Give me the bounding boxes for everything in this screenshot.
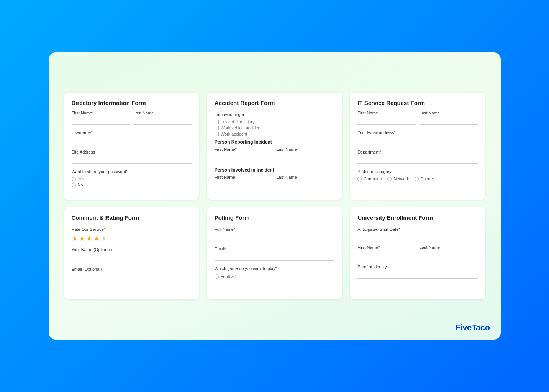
it-department-input[interactable] <box>357 155 477 164</box>
comment-rating-form-card: Comment & Rating Form Rate Our Service* … <box>64 207 199 299</box>
brand-logo: FiveTaco <box>456 323 490 333</box>
dir-password-radio-group: Yes No <box>72 176 192 187</box>
accident-cb-work-label: Work accident <box>221 132 247 136</box>
comment-form-title: Comment & Rating Form <box>72 214 192 221</box>
dir-radio-no[interactable]: No <box>72 183 192 187</box>
star-4[interactable]: ★ <box>93 234 100 243</box>
pi-lastname-label: Last Name <box>276 175 334 180</box>
pr-lastname-label: Last Name <box>276 147 334 152</box>
dir-password-label: Want to share your password? <box>72 169 129 174</box>
brand-five: Five <box>456 323 472 332</box>
comment-email-input[interactable] <box>72 273 192 281</box>
star-3[interactable]: ★ <box>86 234 92 243</box>
dir-radio-yes[interactable]: Yes <box>72 176 192 181</box>
dir-siteaddress-input[interactable] <box>72 155 192 164</box>
it-radio-network-label: Network <box>393 176 409 181</box>
directory-form-title: Directory Information Form <box>72 100 192 106</box>
it-lastname-label: Last Name <box>420 111 478 115</box>
accident-cb-work[interactable]: Work accident <box>215 132 334 136</box>
accident-form-title: Accident Report Form <box>215 100 334 106</box>
it-radio-network-circle <box>387 177 392 181</box>
dir-username-input[interactable] <box>72 136 192 144</box>
dir-lastname-label: Last Name <box>133 111 192 115</box>
accident-form-card: Accident Report Form I am reporting a : … <box>207 93 342 200</box>
it-radio-phone-circle <box>415 177 419 181</box>
dir-firstname-label: First Name* <box>72 111 130 115</box>
it-problem-label: Problem Category <box>357 169 392 174</box>
star-2[interactable]: ★ <box>79 234 85 243</box>
accident-cb-vehicle-label: Work vehicle accident <box>221 126 262 130</box>
person-involved-label: Person Involved in Incident <box>215 167 334 173</box>
it-firstname-input[interactable] <box>357 116 416 125</box>
univ-startdate-label: Anticipated Start Date* <box>357 227 400 232</box>
dir-radio-yes-circle <box>72 177 76 181</box>
comment-email-label: Email (Optional) <box>72 267 102 271</box>
univ-lastname-label: Last Name <box>420 245 478 250</box>
comment-name-input[interactable] <box>72 253 192 261</box>
accident-cb-loss-box <box>215 120 219 124</box>
it-radio-computer-circle <box>357 177 362 181</box>
pi-firstname-input[interactable] <box>215 181 273 189</box>
pr-firstname-label: First Name* <box>215 147 273 152</box>
accident-reporting-label: I am reporting a : <box>215 112 246 117</box>
pr-firstname-input[interactable] <box>215 153 273 161</box>
polling-fullname-input[interactable] <box>215 233 334 241</box>
form-grid: Directory Information Form First Name* L… <box>64 93 485 299</box>
it-email-input[interactable] <box>357 136 477 144</box>
brand-taco: Taco <box>472 323 490 332</box>
pi-firstname-label: First Name* <box>215 175 273 180</box>
accident-checkbox-group: Loss of time/injury Work vehicle acciden… <box>215 119 334 136</box>
accident-cb-work-box <box>215 132 219 136</box>
it-firstname-label: First Name* <box>357 111 416 115</box>
person-reporting-label: Person Reporting Incident <box>215 139 334 145</box>
directory-form-card: Directory Information Form First Name* L… <box>64 93 199 200</box>
dir-radio-yes-label: Yes <box>78 176 85 181</box>
rate-label: Rate Our Service* <box>72 227 106 232</box>
dir-firstname-input[interactable] <box>72 116 130 125</box>
star-rating[interactable]: ★ ★ ★ ★ ★ <box>72 234 192 243</box>
it-radio-phone[interactable]: Phone <box>415 176 433 181</box>
accident-cb-vehicle-box <box>215 126 219 130</box>
polling-radio-football-circle <box>215 274 219 279</box>
pi-lastname-input[interactable] <box>276 181 334 189</box>
star-1[interactable]: ★ <box>72 234 78 243</box>
dir-lastname-input[interactable] <box>133 116 192 125</box>
it-problem-radio-group: Computer Network Phone <box>357 176 477 181</box>
accident-cb-loss-label: Loss of time/injury <box>221 119 255 124</box>
pr-lastname-input[interactable] <box>276 153 334 161</box>
university-form-title: University Enrollment Form <box>357 214 477 221</box>
univ-identity-input[interactable] <box>357 270 477 279</box>
polling-game-label: Which game do you want to play* <box>215 266 277 271</box>
university-form-card: University Enrollment Form Anticipated S… <box>350 207 485 299</box>
polling-email-input[interactable] <box>215 252 334 261</box>
dir-radio-no-label: No <box>78 183 83 187</box>
comment-name-label: Your Name (Optional) <box>72 247 112 252</box>
it-lastname-input[interactable] <box>420 116 478 125</box>
star-5[interactable]: ★ <box>101 234 107 243</box>
univ-startdate-input[interactable] <box>357 233 477 241</box>
it-radio-network[interactable]: Network <box>387 176 409 181</box>
it-service-form-card: IT Service Request Form First Name* Last… <box>350 93 485 200</box>
outer-card: Directory Information Form First Name* L… <box>49 52 501 340</box>
dir-username-label: Username* <box>72 130 93 135</box>
dir-radio-no-circle <box>72 183 76 187</box>
it-radio-phone-label: Phone <box>421 176 433 181</box>
it-email-label: Your Email address* <box>357 130 395 135</box>
polling-email-label: Email* <box>215 247 227 251</box>
polling-radio-football-label: Football <box>221 274 236 279</box>
it-form-title: IT Service Request Form <box>357 100 477 106</box>
polling-radio-football[interactable]: Football <box>215 274 334 279</box>
polling-fullname-label: Full Name* <box>215 227 235 232</box>
accident-cb-vehicle[interactable]: Work vehicle accident <box>215 126 334 130</box>
univ-lastname-input[interactable] <box>420 251 478 259</box>
accident-cb-loss[interactable]: Loss of time/injury <box>215 119 334 124</box>
univ-firstname-label: First Name* <box>357 245 416 250</box>
univ-firstname-input[interactable] <box>357 251 416 259</box>
it-department-label: Department* <box>357 150 381 154</box>
univ-identity-label: Proof of identity <box>357 265 387 269</box>
polling-game-radio-group: Football <box>215 274 334 279</box>
polling-form-title: Polling Form <box>215 214 334 221</box>
it-radio-computer[interactable]: Computer <box>357 176 382 181</box>
it-radio-computer-label: Computer <box>364 176 382 181</box>
polling-form-card: Polling Form Full Name* Email* Which gam… <box>207 207 342 299</box>
